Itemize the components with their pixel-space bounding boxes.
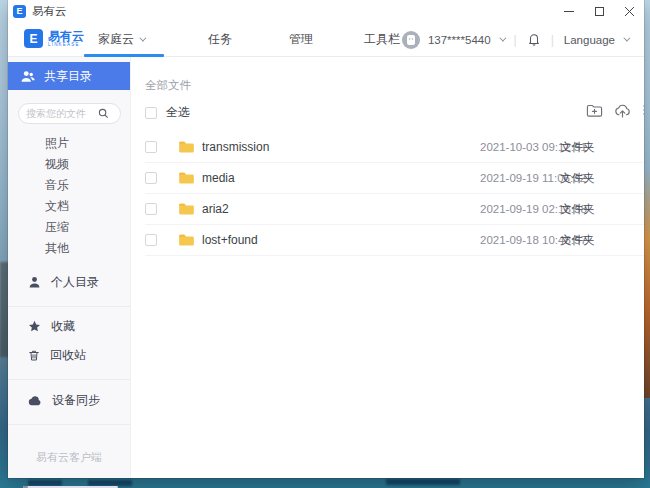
- desktop-text-fragment: [386, 479, 460, 485]
- row-checkbox[interactable]: [145, 172, 157, 184]
- search-input[interactable]: [26, 108, 98, 119]
- star-icon: [28, 320, 41, 333]
- file-row[interactable]: transmission 2021-10-03 09:12:51 文件夹: [145, 132, 644, 163]
- sidebar-item-device-sync[interactable]: 设备同步: [8, 389, 130, 411]
- folder-icon: [178, 202, 195, 216]
- app-logo: E 易有云 LINKEASE: [24, 29, 84, 48]
- tab-toolbar[interactable]: 工具栏: [364, 22, 400, 57]
- file-name: transmission: [202, 140, 269, 154]
- folder-icon: [178, 140, 195, 154]
- row-checkbox[interactable]: [145, 141, 157, 153]
- search-box: [18, 103, 121, 124]
- file-type: 文件夹: [560, 171, 595, 186]
- minimize-button[interactable]: [554, 0, 584, 22]
- window-title: 易有云: [32, 4, 554, 19]
- chevron-down-icon[interactable]: [499, 35, 506, 42]
- file-row[interactable]: media 2021-09-19 11:06:32 文件夹: [145, 163, 644, 194]
- view-menu-button[interactable]: [641, 101, 644, 119]
- divider: |: [549, 33, 556, 47]
- wallpaper-detail: [643, 168, 650, 398]
- file-type: 文件夹: [560, 233, 595, 248]
- file-toolbar: [585, 101, 644, 119]
- user-phone-number[interactable]: 137****5440: [428, 34, 491, 46]
- person-icon: [28, 276, 41, 289]
- category-list: 照片 视频 音乐 文档 压缩 其他: [8, 133, 130, 259]
- window-body: 共享目录 照片 视频 音乐 文档 压缩: [8, 57, 644, 478]
- notification-bell-icon[interactable]: [527, 32, 541, 47]
- logo-text: 易有云: [48, 30, 84, 42]
- sidebar-item-favorites[interactable]: 收藏: [8, 315, 130, 337]
- client-label: 易有云客户端: [8, 450, 130, 465]
- upload-button[interactable]: [613, 101, 631, 119]
- divider: [8, 424, 130, 425]
- select-all-checkbox[interactable]: [145, 107, 157, 119]
- folder-icon: [178, 233, 195, 247]
- sidebar-category[interactable]: 其他: [8, 238, 130, 259]
- tab-manage[interactable]: 管理: [289, 22, 313, 57]
- select-all-label: 全选: [166, 104, 190, 121]
- divider: [8, 306, 130, 307]
- folder-icon: [178, 171, 195, 185]
- divider: |: [512, 33, 519, 47]
- window-controls: [554, 0, 644, 22]
- cloud-sync-icon: [28, 395, 42, 406]
- breadcrumb[interactable]: 全部文件: [145, 78, 191, 93]
- file-name: aria2: [202, 202, 229, 216]
- file-type: 文件夹: [560, 202, 595, 217]
- maximize-button[interactable]: [584, 0, 614, 22]
- sidebar-category[interactable]: 照片: [8, 133, 130, 154]
- new-folder-button[interactable]: [585, 101, 603, 119]
- chevron-down-icon[interactable]: [623, 35, 630, 42]
- app-icon: E: [13, 5, 26, 18]
- row-checkbox[interactable]: [145, 234, 157, 246]
- nav-bar: E 易有云 LINKEASE 家庭云 任务 管理 工具栏 137****5440…: [8, 22, 644, 57]
- user-avatar[interactable]: [402, 31, 420, 49]
- logo-icon: E: [24, 29, 43, 48]
- file-row[interactable]: lost+found 2021-09-18 10:48:57 文件夹: [145, 225, 644, 256]
- user-cluster: 137****5440 | | Language: [402, 22, 628, 57]
- main-content: 全部文件 全选: [131, 57, 644, 478]
- file-name: media: [202, 171, 235, 185]
- tab-tasks[interactable]: 任务: [208, 22, 232, 57]
- group-icon: [21, 70, 35, 83]
- chevron-down-icon: [139, 35, 146, 42]
- tab-home-cloud[interactable]: 家庭云: [98, 22, 144, 57]
- trash-icon: [28, 349, 40, 362]
- sidebar-category[interactable]: 压缩: [8, 217, 130, 238]
- sidebar-item-shared-directory[interactable]: 共享目录: [8, 62, 130, 90]
- file-type: 文件夹: [560, 140, 595, 155]
- close-button[interactable]: [614, 0, 644, 22]
- select-all: 全选: [145, 104, 190, 121]
- search-icon[interactable]: [98, 108, 109, 119]
- sidebar: 共享目录 照片 视频 音乐 文档 压缩: [8, 57, 131, 478]
- row-checkbox[interactable]: [145, 203, 157, 215]
- sidebar-category[interactable]: 文档: [8, 196, 130, 217]
- file-list: transmission 2021-10-03 09:12:51 文件夹 med…: [145, 132, 644, 256]
- logo-subtext: LINKEASE: [48, 42, 84, 47]
- language-selector[interactable]: Language: [564, 34, 615, 46]
- cloud-upload-icon: [614, 103, 631, 118]
- sidebar-category[interactable]: 音乐: [8, 175, 130, 196]
- file-name: lost+found: [202, 233, 258, 247]
- title-bar: E 易有云: [8, 0, 644, 22]
- sidebar-item-recycle-bin[interactable]: 回收站: [8, 344, 130, 366]
- divider: [8, 379, 130, 380]
- app-window: E 易有云 E 易有云 LINKEASE 家庭云 任务 管理: [8, 0, 644, 478]
- file-row[interactable]: aria2 2021-09-19 02:18:38 文件夹: [145, 194, 644, 225]
- sidebar-category[interactable]: 视频: [8, 154, 130, 175]
- new-folder-icon: [586, 103, 603, 118]
- list-menu-icon: [643, 104, 644, 116]
- sidebar-item-personal-directory[interactable]: 个人目录: [8, 271, 130, 293]
